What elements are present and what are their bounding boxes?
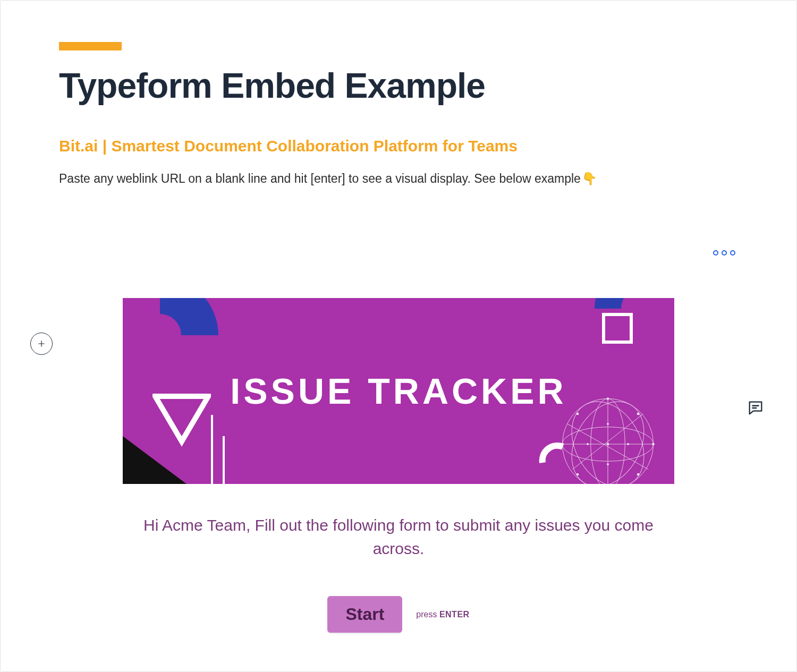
ellipsis-icon [722,250,727,256]
press-enter-key: ENTER [439,610,470,619]
document-frame: Typeform Embed Example Bit.ai | Smartest… [0,0,797,672]
typeform-embed: ISSUE TRACKER Hi Acme Team, Fill out the… [123,298,674,633]
embed-options-button[interactable] [713,250,735,256]
start-row: Start press ENTER [123,596,674,633]
page-subtitle: Bit.ai | Smartest Document Collaboration… [59,137,738,155]
chat-icon [747,399,765,417]
instruction-text: Paste any weblink URL on a blank line an… [59,170,738,187]
press-enter-prefix: press [416,610,439,619]
ellipsis-icon [730,250,735,256]
instruction-text-body: Paste any weblink URL on a blank line an… [59,170,581,187]
document-content: Typeform Embed Example Bit.ai | Smartest… [59,42,738,187]
ellipsis-icon [713,250,718,256]
comment-button[interactable] [747,399,765,417]
add-block-button[interactable] [30,333,53,355]
pointing-down-icon: 👇 [582,170,597,187]
page-title: Typeform Embed Example [59,66,738,105]
accent-bar [59,42,122,50]
start-button[interactable]: Start [327,596,402,633]
form-banner-title: ISSUE TRACKER [123,298,674,484]
form-intro-text: Hi Acme Team, Fill out the following for… [123,514,674,560]
press-enter-hint: press ENTER [416,610,469,619]
form-banner: ISSUE TRACKER [123,298,674,484]
plus-icon [37,339,46,348]
